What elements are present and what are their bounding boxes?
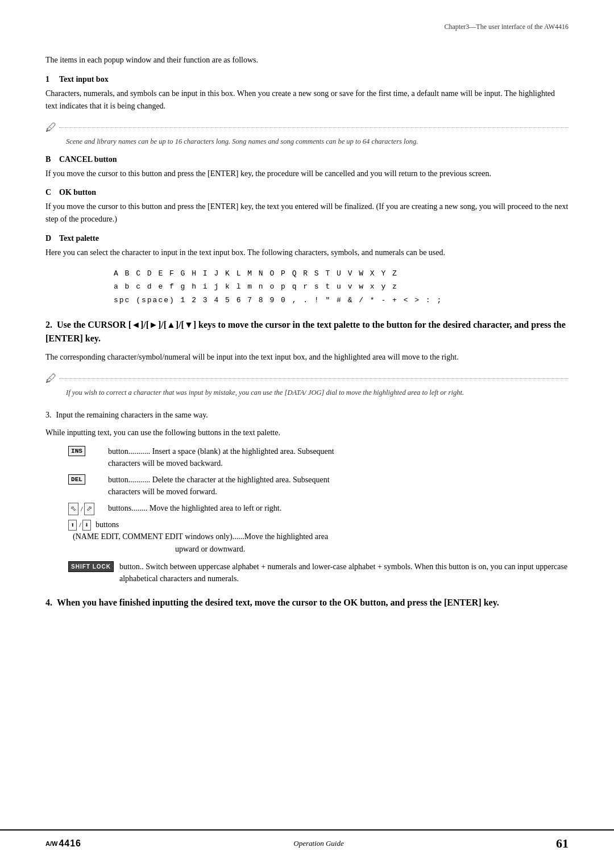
char-row-3: spc (space) 1 2 3 4 5 6 7 8 9 0 , . ! " …: [114, 294, 569, 307]
footer-label: Operation Guide: [293, 839, 343, 848]
section-1-title: Text input box: [59, 75, 109, 84]
page-footer: A/W 4416 Operation Guide 61: [0, 829, 614, 851]
section-text-input: 1 Text input box Characters, numerals, a…: [45, 75, 569, 147]
footer-logo-name: 4416: [59, 838, 81, 849]
del-indent: characters will be moved forward.: [108, 486, 569, 498]
down-arrow-icon: ⬇: [82, 520, 91, 531]
ins-button-label: INS: [68, 446, 85, 457]
section-c-title: OK button: [59, 188, 96, 197]
section-b-body: If you move the cursor to this button an…: [45, 168, 569, 180]
section-1-heading: 1 Text input box: [45, 75, 569, 84]
page: Chapter3—The user interface of the AW441…: [0, 0, 614, 868]
section-text-palette: D Text palette Here you can select the c…: [45, 234, 569, 307]
left-arrow-icon: ⬁: [68, 503, 78, 515]
section-c-label: C: [45, 188, 55, 197]
header-text: Chapter3—The user interface of the AW441…: [444, 23, 569, 31]
right-arrow-icon: ⬀: [84, 503, 94, 515]
char-table: A B C D E F G H I J K L M N O P Q R S T …: [114, 267, 569, 307]
section-cancel: B CANCEL button If you move the cursor t…: [45, 155, 569, 180]
ins-button-text: button........... Insert a space (blank)…: [108, 445, 569, 469]
tip-dotted-line-2: [59, 378, 569, 379]
tip-dotted-line-1: [59, 127, 569, 128]
del-button-label: DEL: [68, 474, 85, 485]
up-arrow-icon: ⬆: [68, 520, 77, 531]
numbered-item-3-header: 3.Input the remaining characters in the …: [45, 409, 569, 421]
section-d-body: Here you can select the character to inp…: [45, 247, 569, 259]
numbered-item-2-header: 2.Use the CURSOR [◄]/[►]/[▲]/[▼] keys to…: [45, 318, 569, 345]
lr-button-text: buttons........ Move the highlighted are…: [108, 502, 569, 514]
ins-indent: characters will be moved backward.: [108, 457, 569, 469]
tip-box-1: 🖊 Scene and library names can be up to 1…: [45, 121, 569, 147]
page-header: Chapter3—The user interface of the AW441…: [45, 23, 569, 43]
numbered-item-2-num: 2.: [45, 320, 52, 329]
footer-page: 61: [556, 836, 569, 851]
section-b-label: B: [45, 155, 55, 164]
button-ud-item: ⬆ / ⬇ buttons (NAME EDIT, COMMENT EDIT w…: [68, 520, 569, 556]
ud-buttons-label: buttons: [96, 520, 119, 529]
tip-box-2: 🖊 If you wish to correct a character tha…: [45, 372, 569, 398]
button-list: INS button........... Insert a space (bl…: [68, 445, 569, 585]
section-b-heading: B CANCEL button: [45, 155, 569, 164]
footer-logo: A/W 4416: [45, 838, 81, 849]
section-1-body: Characters, numerals, and symbols can be…: [45, 87, 569, 113]
section-1-label: 1: [45, 75, 55, 84]
numbered-item-4: 4.When you have finished inputting the d…: [45, 596, 569, 610]
char-row-1: A B C D E F G H I J K L M N O P Q R S T …: [114, 267, 569, 280]
section-c-heading: C OK button: [45, 188, 569, 197]
intro-text: The items in each popup window and their…: [45, 54, 569, 66]
numbered-item-2-body: The corresponding character/symbol/numer…: [45, 351, 569, 364]
footer-logo-prefix: A/W: [45, 840, 57, 847]
numbered-item-4-heading: When you have finished inputting the des…: [57, 598, 499, 607]
numbered-item-3: 3.Input the remaining characters in the …: [45, 409, 569, 584]
button-shiftlock-item: SHIFT LOCK button.. Switch between upper…: [68, 561, 569, 585]
numbered-item-3-num: 3.: [45, 411, 52, 419]
section-b-title: CANCEL button: [59, 155, 117, 164]
slash-lr: /: [81, 503, 83, 515]
char-row-2: a b c d e f g h i j k l m n o p q r s t …: [114, 280, 569, 293]
ud-button-text: (NAME EDIT, COMMENT EDIT windows only)..…: [73, 531, 569, 556]
tip-icon-2: 🖊: [45, 372, 57, 385]
numbered-item-4-num: 4.: [45, 598, 52, 607]
section-c-body: If you move the cursor to this button an…: [45, 201, 569, 226]
del-button-text: button........... Delete the character a…: [108, 474, 569, 498]
numbered-item-3-body: While inputting text, you can use the fo…: [45, 427, 569, 439]
section-ok: C OK button If you move the cursor to th…: [45, 188, 569, 226]
button-ins-item: INS button........... Insert a space (bl…: [68, 445, 569, 469]
shiftlock-button-text: button.. Switch between uppercase alphab…: [119, 561, 569, 585]
button-lr-item: ⬁ / ⬀ buttons........ Move the highlight…: [68, 502, 569, 515]
section-d-heading: D Text palette: [45, 234, 569, 243]
section-d-label: D: [45, 234, 55, 243]
slash-ud: /: [79, 520, 81, 529]
shiftlock-button-label: SHIFT LOCK: [68, 561, 114, 572]
ud-button-indent: upward or downward.: [175, 543, 569, 556]
button-del-item: DEL button........... Delete the charact…: [68, 474, 569, 498]
tip-content-2: If you wish to correct a character that …: [66, 387, 569, 398]
numbered-item-3-heading: Input the remaining characters in the sa…: [56, 411, 208, 419]
tip-content-1: Scene and library names can be up to 16 …: [66, 136, 569, 147]
numbered-item-2: 2.Use the CURSOR [◄]/[►]/[▲]/[▼] keys to…: [45, 318, 569, 398]
section-d-title: Text palette: [59, 234, 99, 243]
numbered-item-4-header: 4.When you have finished inputting the d…: [45, 596, 569, 610]
numbered-item-2-heading: Use the CURSOR [◄]/[►]/[▲]/[▼] keys to m…: [45, 320, 566, 343]
tip-icon-1: 🖊: [45, 121, 57, 134]
